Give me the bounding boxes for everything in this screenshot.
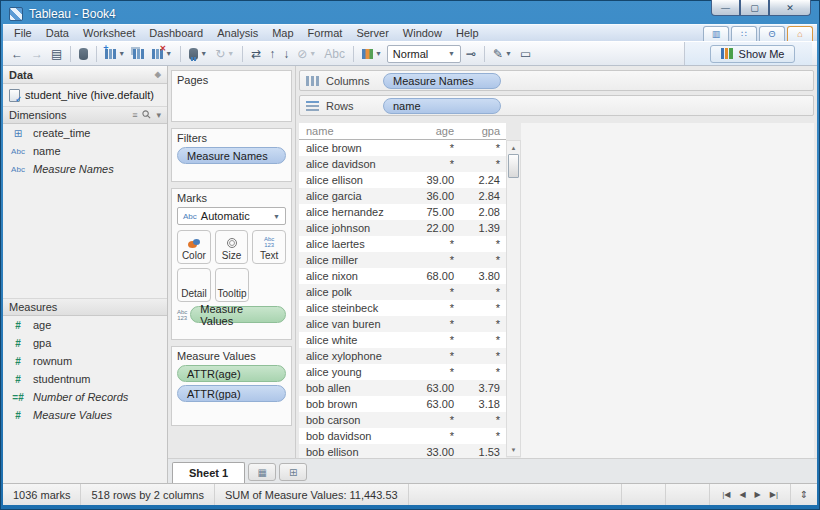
new-worksheet-button[interactable]: ▼ [102, 48, 128, 60]
redo-button[interactable]: → [28, 47, 46, 61]
table-row[interactable]: alice xylophone** [299, 348, 506, 364]
table-row[interactable]: alice hernandez75.002.08 [299, 204, 506, 220]
menu-item-worksheet[interactable]: Worksheet [76, 26, 142, 40]
field-item-create_time[interactable]: ⊞create_time [3, 124, 167, 142]
columns-shelf[interactable]: Columns Measure Names [299, 70, 814, 91]
first-record-button[interactable]: |◀ [722, 490, 730, 499]
menu-item-dashboard[interactable]: Dashboard [142, 26, 210, 40]
tooltip-button[interactable]: Tooltip [215, 268, 249, 302]
save-button[interactable]: ▤ [48, 47, 65, 61]
reader-view-toggle[interactable]: Θ [759, 26, 785, 41]
table-row[interactable]: bob carson** [299, 412, 506, 428]
field-item-age[interactable]: #age [3, 316, 167, 334]
filters-shelf[interactable]: Filters Measure Names [171, 128, 292, 182]
last-record-button[interactable]: ▶| [770, 490, 778, 499]
table-row[interactable]: alice laertes** [299, 236, 506, 252]
pane-options-icon[interactable]: ◈ [155, 70, 161, 79]
clear-sheet-button[interactable]: ▼ [149, 48, 175, 60]
tile-view-toggle[interactable]: ∷ [731, 26, 757, 41]
sort-descending-button[interactable]: ↓ [280, 47, 292, 61]
scroll-down-icon[interactable]: ▼ [507, 443, 520, 456]
menu-item-file[interactable]: File [7, 26, 39, 40]
presentation-mode-button[interactable]: ▭ [517, 47, 534, 61]
table-row[interactable]: alice white** [299, 332, 506, 348]
close-button[interactable]: ✕ [769, 0, 811, 16]
table-row[interactable]: bob davidson** [299, 428, 506, 444]
previous-record-button[interactable]: ◀ [739, 490, 745, 499]
table-row[interactable]: bob allen63.003.79 [299, 380, 506, 396]
table-row[interactable]: bob brown63.003.18 [299, 396, 506, 412]
table-row[interactable]: alice ellison39.002.24 [299, 172, 506, 188]
table-row[interactable]: alice nixon68.003.80 [299, 268, 506, 284]
group-members-button[interactable]: ⊘▼ [294, 47, 319, 61]
next-record-button[interactable]: ▶ [755, 490, 761, 499]
column-header-gpa[interactable]: gpa [457, 125, 503, 137]
table-row[interactable]: alice steinbeck** [299, 300, 506, 316]
pill-measure-values[interactable]: Measure Values [190, 306, 286, 323]
column-header-name[interactable]: name [299, 125, 403, 137]
pill-name[interactable]: name [383, 98, 501, 114]
new-worksheet-tab-button[interactable]: ⊞ [279, 463, 307, 481]
table-row[interactable]: alice miller** [299, 252, 506, 268]
color-button[interactable]: Color [177, 230, 211, 264]
view-list-icon[interactable]: ≡ [132, 110, 137, 120]
datasource-item[interactable]: student_hive (hive.default) [3, 84, 167, 106]
field-item-measure-names[interactable]: AbcMeasure Names [3, 160, 167, 178]
minimize-button[interactable]: — [711, 0, 740, 16]
menu-item-analysis[interactable]: Analysis [210, 26, 265, 40]
swap-axes-button[interactable]: ⇄ [248, 47, 264, 61]
sort-menu-icon[interactable]: ▾ [156, 110, 161, 120]
home-view-toggle[interactable]: ⌂ [787, 26, 813, 41]
menu-item-help[interactable]: Help [449, 26, 486, 40]
field-item-rownum[interactable]: #rownum [3, 352, 167, 370]
menu-item-data[interactable]: Data [39, 26, 76, 40]
menu-item-map[interactable]: Map [265, 26, 300, 40]
title-bar[interactable]: Tableau - Book4 —▢✕ [3, 0, 817, 24]
table-row[interactable]: alice polk** [299, 284, 506, 300]
column-header-age[interactable]: age [403, 125, 457, 137]
menu-item-window[interactable]: Window [396, 26, 449, 40]
splitter-button[interactable]: ⇕ [791, 484, 817, 505]
detail-button[interactable]: Detail [177, 268, 211, 302]
table-row[interactable]: alice johnson22.001.39 [299, 220, 506, 236]
mark-type-select[interactable]: Abc Automatic ▼ [177, 207, 286, 225]
measure-values-card[interactable]: Measure Values ATTR(age)ATTR(gpa) [171, 346, 292, 426]
menu-item-format[interactable]: Format [301, 26, 350, 40]
pill-measure-names[interactable]: Measure Names [177, 147, 286, 164]
zoom-mode-select[interactable]: Normal ▼ [387, 45, 461, 63]
size-button[interactable]: Size [215, 230, 249, 264]
vertical-scrollbar[interactable]: ▲ ▼ [506, 140, 521, 457]
pill-measure-names[interactable]: Measure Names [383, 73, 501, 89]
table-row[interactable]: alice van buren** [299, 316, 506, 332]
text-button[interactable]: Abc123Text [252, 230, 286, 264]
field-item-name[interactable]: Abcname [3, 142, 167, 160]
sort-ascending-button[interactable]: ↑ [266, 47, 278, 61]
connect-data-button[interactable] [76, 47, 91, 61]
new-dashboard-button[interactable]: ▦ [248, 463, 276, 481]
field-item-studentnum[interactable]: #studentnum [3, 370, 167, 388]
duplicate-sheet-button[interactable] [130, 48, 147, 60]
pin-axes-button[interactable]: ⊸ [463, 47, 479, 61]
tab-sheet1[interactable]: Sheet 1 [172, 462, 245, 483]
pages-shelf[interactable]: Pages [171, 70, 292, 122]
rows-shelf[interactable]: Rows name [299, 95, 814, 116]
normal-view-toggle[interactable]: ▥ [703, 26, 729, 41]
refresh-button[interactable]: ↻▼ [212, 47, 237, 61]
show-labels-button[interactable]: Abc [321, 47, 348, 61]
search-icon[interactable] [142, 110, 151, 121]
scrollbar-thumb[interactable] [508, 154, 519, 178]
pill-attr-age-[interactable]: ATTR(age) [177, 365, 286, 382]
maximize-button[interactable]: ▢ [740, 0, 769, 16]
field-item-number-of-records[interactable]: =#Number of Records [3, 388, 167, 406]
scroll-up-icon[interactable]: ▲ [507, 141, 520, 154]
field-item-gpa[interactable]: #gpa [3, 334, 167, 352]
update-datasource-button[interactable]: ▼ [186, 47, 210, 61]
field-item-measure-values[interactable]: #Measure Values [3, 406, 167, 424]
pill-attr-gpa-[interactable]: ATTR(gpa) [177, 385, 286, 402]
table-row[interactable]: alice brown** [299, 140, 506, 156]
table-row[interactable]: alice garcia36.002.84 [299, 188, 506, 204]
table-row[interactable]: alice davidson** [299, 156, 506, 172]
annotate-button[interactable]: ✎▼ [490, 47, 515, 61]
table-row[interactable]: bob ellison33.001.53 [299, 444, 506, 458]
show-me-button[interactable]: Show Me [710, 45, 796, 63]
